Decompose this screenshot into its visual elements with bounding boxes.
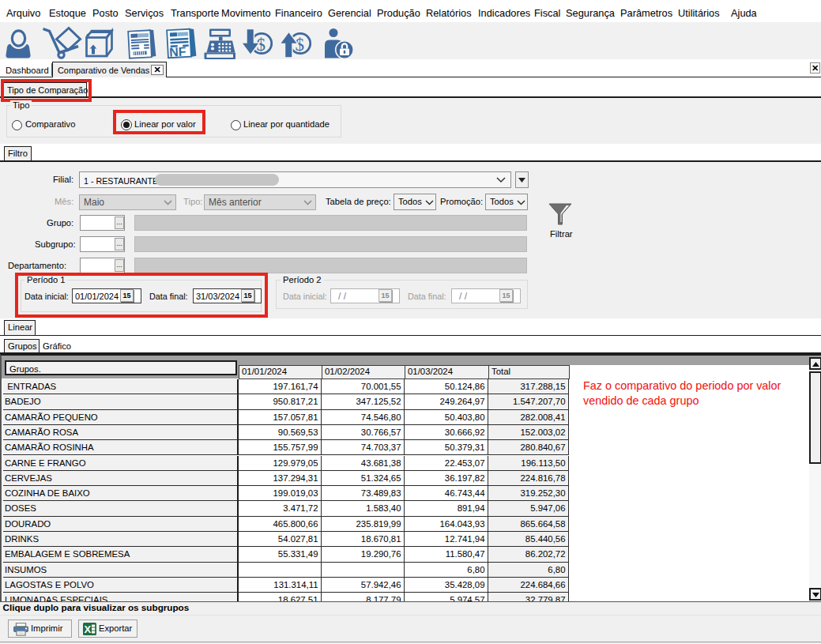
- svg-text:X: X: [85, 623, 92, 635]
- svg-text:NF: NF: [169, 45, 186, 59]
